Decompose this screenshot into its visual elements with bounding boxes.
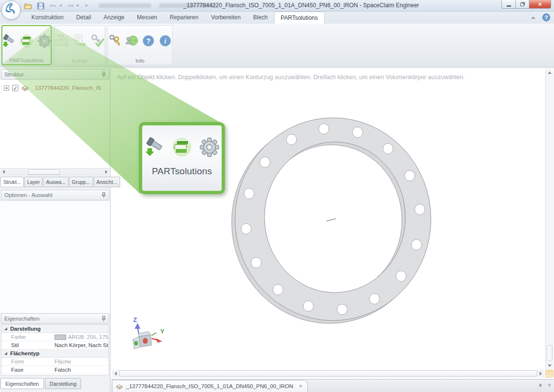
group-name: Darstellung — [10, 325, 41, 333]
property-group-darstellung[interactable]: ◢ Darstellung — [1, 325, 109, 333]
tree-checkbox[interactable]: ✓ — [12, 85, 18, 91]
tree-horizontal-scrollbar[interactable] — [0, 168, 110, 175]
canvas-vertical-scrollbar[interactable] — [545, 69, 554, 369]
catalog-books-icon-large — [171, 137, 193, 158]
canvas-horizontal-scrollbar[interactable] — [112, 370, 544, 378]
flange-3d-model[interactable] — [221, 111, 448, 328]
tab-layer[interactable]: Layer — [24, 177, 42, 187]
tab-anzeige[interactable]: Anzeige — [97, 12, 130, 24]
minimize-button[interactable] — [501, 0, 516, 9]
pin-icon[interactable] — [101, 192, 106, 198]
collapse-triangle-icon[interactable]: ◢ — [1, 350, 10, 357]
ribbon-group-extras: PSX Extras — [54, 25, 105, 65]
tab-messen[interactable]: Messen — [131, 12, 164, 24]
app-logo-icon[interactable] — [1, 0, 21, 20]
help-circle-icon[interactable]: ? — [141, 31, 156, 50]
scroll-left-icon[interactable] — [112, 370, 119, 378]
gear-icon-large — [199, 137, 220, 158]
scroll-left-icon[interactable] — [0, 168, 7, 175]
next-document-icon[interactable] — [540, 383, 542, 387]
close-button[interactable]: × — [529, 0, 551, 9]
property-label: Farbe — [10, 333, 55, 341]
ribbon: PARTsolutions PSX — [0, 24, 554, 67]
catalog-books-icon[interactable] — [19, 32, 34, 50]
scrollbar-thumb[interactable] — [547, 345, 553, 361]
ribbon-group-info: ? i Info — [107, 25, 173, 65]
help-icon[interactable]: ? — [542, 14, 550, 21]
scroll-up-icon[interactable] — [546, 69, 554, 76]
properties-grid: ◢ Darstellung Farbe ARGB: 255, 175, 17 S… — [1, 324, 109, 376]
property-value[interactable]: Nach Körper, Nach Stil — [55, 341, 109, 349]
pin-icon[interactable] — [101, 316, 106, 322]
ribbon-group-partsolutions: PARTsolutions — [1, 25, 52, 65]
tab-eigenschaften[interactable]: Eigenschaften — [0, 378, 44, 389]
scroll-right-icon[interactable] — [103, 168, 110, 175]
property-value[interactable]: Falsch — [55, 366, 109, 374]
tab-darstellung[interactable]: Darstellung — [45, 378, 82, 389]
left-dock-panel: Struktur + ✓ _13777844220_Flansch_IS Str… — [0, 68, 111, 392]
collapse-triangle-icon[interactable]: ◢ — [1, 325, 10, 333]
qat-customize-icon[interactable] — [85, 5, 88, 7]
tab-auswahl[interactable]: Auswa... — [43, 177, 68, 187]
tree-item-label[interactable]: _13777844220_Flansch_IS — [32, 85, 101, 91]
gear-icon[interactable] — [37, 32, 52, 50]
license-keys-icon[interactable] — [108, 31, 122, 50]
tab-blech[interactable]: Blech — [247, 12, 274, 24]
group-label-extras: Extras — [55, 58, 105, 64]
pin-icon[interactable] — [101, 71, 106, 78]
tab-ansichten[interactable]: Ansicht... — [94, 177, 120, 187]
svg-text:?: ? — [146, 37, 151, 45]
bolt-download-icon[interactable] — [1, 32, 16, 50]
tab-detail[interactable]: Detail — [70, 12, 97, 24]
callout-label: PARTsolutions — [142, 166, 222, 177]
property-group-flaechentyp[interactable]: ◢ Flächentyp — [1, 350, 109, 358]
struktur-header-label: Struktur — [4, 71, 24, 77]
collapse-ribbon-icon[interactable] — [531, 16, 536, 19]
z-axis-label: Z — [133, 316, 137, 323]
model-viewport[interactable]: Auf ein Objekt klicken. Doppelklicken, u… — [111, 68, 554, 379]
optionen-panel-content — [0, 201, 110, 313]
tab-reparieren[interactable]: Reparieren — [164, 12, 205, 24]
bolt-download-icon-large — [144, 137, 165, 158]
status-hint-text: Auf ein Objekt klicken. Doppelklicken, u… — [117, 74, 465, 81]
component-icon — [21, 84, 29, 91]
property-row-farbe: Farbe ARGB: 255, 175, 17 — [1, 333, 109, 341]
spaceclaim-logo-icon — [2, 1, 20, 19]
tab-partsolutions[interactable]: PARTsolutions — [274, 12, 325, 24]
user-globe-icon[interactable] — [125, 31, 139, 50]
document-tab[interactable]: _13777844220_Flansch_ISO_7005_1_01A_DN45… — [112, 380, 308, 392]
redo-icon — [65, 1, 75, 10]
orientation-triad[interactable]: Z Y — [125, 313, 175, 356]
save-icon[interactable] — [36, 1, 45, 10]
document-tab-bar: _13777844220_Flansch_ISO_7005_1_01A_DN45… — [111, 379, 554, 392]
dock-panel-tabs: Strukt... Layer Auswa... Grupp... Ansich… — [0, 177, 121, 187]
export-script-icon — [72, 31, 87, 50]
info-circle-icon[interactable]: i — [158, 31, 172, 50]
tree-item-root[interactable]: + ✓ _13777844220_Flansch_IS — [4, 84, 108, 91]
scroll-right-icon[interactable] — [537, 370, 544, 378]
tab-vorbereiten[interactable]: Vorbereiten — [205, 12, 247, 24]
group-label-info: Info — [108, 58, 172, 64]
scroll-down-icon[interactable] — [546, 362, 554, 369]
y-axis-label: Y — [160, 328, 165, 335]
property-label: Form — [10, 358, 55, 365]
structure-tree: + ✓ _13777844220_Flansch_IS — [0, 80, 110, 168]
close-document-icon[interactable]: × — [548, 382, 551, 388]
group-label-partsolutions: PARTsolutions — [2, 57, 51, 63]
scrollbar-thumb[interactable] — [119, 370, 537, 377]
property-row-stil: Stil Nach Körper, Nach Stil — [1, 341, 109, 350]
property-value: Fläche — [55, 358, 109, 365]
faded-watermark — [99, 3, 151, 8]
document-icon — [116, 383, 123, 390]
restore-button[interactable] — [516, 0, 529, 9]
tab-konstruktion[interactable]: Konstruktion — [25, 12, 70, 24]
property-row-form: Form Fläche — [1, 358, 109, 366]
tab-gruppen[interactable]: Grupp... — [69, 177, 93, 187]
window-title: _13777844220_Flansch_ISO_7005_1_01A_DN45… — [183, 2, 434, 9]
open-folder-icon[interactable] — [23, 1, 33, 10]
document-close-icon[interactable]: × — [299, 383, 303, 390]
scrollbar-thumb[interactable] — [28, 169, 60, 175]
tab-struktur[interactable]: Strukt... — [0, 177, 24, 187]
eigenschaften-panel-header: Eigenschaften — [1, 313, 109, 324]
tree-expand-icon[interactable]: + — [4, 85, 9, 91]
